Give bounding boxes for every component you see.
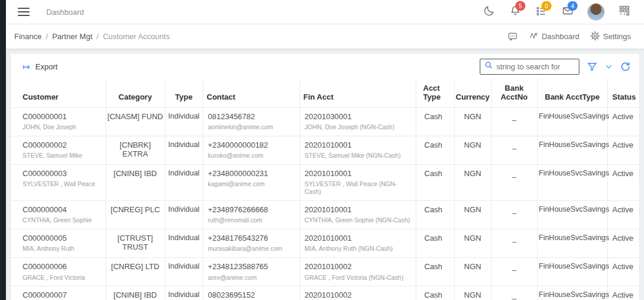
activity-icon bbox=[529, 31, 538, 42]
fin-acct-number: 20201010002 bbox=[305, 291, 352, 299]
customer-cell: C000000003 SYLVESTER , Wall Peace bbox=[11, 164, 106, 200]
bank-acctno-cell: _ bbox=[491, 258, 537, 286]
moon-icon bbox=[483, 5, 495, 19]
settings-action[interactable]: Settings bbox=[590, 31, 631, 43]
customer-name: GRACE , Ford Victoria bbox=[23, 274, 101, 282]
acct-type-cell: Cash bbox=[416, 136, 454, 164]
status-cell: Active bbox=[607, 107, 639, 136]
contact-cell: +2348976266668 ruth@renomail.com bbox=[203, 200, 299, 229]
customer-cell: C000000005 MIA, Anthony Ruth bbox=[11, 229, 106, 257]
table-row[interactable]: C000000005 MIA, Anthony Ruth [CTRUST] TR… bbox=[11, 229, 639, 257]
currency-cell: NGN bbox=[454, 107, 491, 136]
col-header-contact: Contact bbox=[203, 79, 299, 107]
contact-cell: +2348176543276 murasakibara@anime.com bbox=[203, 229, 299, 257]
acct-type-cell: Cash bbox=[416, 229, 454, 257]
customer-id: C000000002 bbox=[23, 141, 66, 149]
contact-cell: 08123456782 aominekin@anime.com bbox=[203, 107, 299, 136]
table-row[interactable]: C000000003 SYLVESTER , Wall Peace [CNINB… bbox=[11, 164, 639, 200]
contact-cell: +2348000000231 kagami@anime.com bbox=[203, 164, 299, 200]
contact-phone: +2348123588765 bbox=[208, 262, 269, 271]
type-cell: Individual bbox=[165, 164, 203, 200]
fin-acct-cell: 20201010002 UGONNA, Yusuf Umoh (NGN-Cash… bbox=[299, 286, 416, 300]
customer-id: C000000001 bbox=[23, 112, 66, 121]
messages-button[interactable]: 4 bbox=[561, 5, 574, 18]
type-cell: Individual bbox=[165, 136, 203, 164]
bank-acctno-cell: _ bbox=[491, 200, 537, 229]
type-cell: Individual bbox=[165, 107, 203, 136]
contact-email: kagami@anime.com bbox=[208, 180, 295, 188]
collapsed-sidebar[interactable] bbox=[0, 0, 6, 300]
table-row[interactable]: C000000002 STEVE, Samuel Mike [CNBRK] EX… bbox=[11, 136, 639, 164]
table-row[interactable]: C000000006 GRACE , Ford Victoria [CNREG]… bbox=[11, 258, 639, 286]
currency-cell: NGN bbox=[454, 258, 491, 286]
col-header-fin-acct: Fin Acct bbox=[299, 79, 416, 107]
acct-type-cell: Cash bbox=[416, 286, 454, 300]
fin-acct-number: 20201010001 bbox=[305, 141, 352, 149]
customer-id: C000000006 bbox=[23, 262, 66, 271]
breadcrumb-finance[interactable]: Finance bbox=[14, 32, 42, 41]
contact-cell: 08023695152 quadrymustaqeem98@gmail.com bbox=[203, 286, 299, 300]
contact-phone: +2340000000182 bbox=[208, 141, 269, 149]
customer-cell: C000000002 STEVE, Samuel Mike bbox=[11, 136, 106, 164]
chat-button[interactable] bbox=[507, 31, 518, 42]
bank-accttype-cell: FinHouseSvcSavings bbox=[537, 258, 607, 286]
fin-acct-number: 20201030001 bbox=[305, 112, 352, 121]
export-button[interactable]: ↦ Export bbox=[23, 62, 58, 71]
category-cell: [CTRUST] TRUST bbox=[106, 229, 165, 257]
bank-acctno-cell: _ bbox=[491, 229, 537, 257]
contact-phone: +2348000000231 bbox=[208, 169, 269, 178]
notifications-button[interactable]: 5 bbox=[509, 5, 522, 18]
status-cell: Active bbox=[607, 229, 639, 257]
col-header-bank-accttype: Bank AcctType bbox=[537, 79, 607, 107]
acct-type-cell: Cash bbox=[416, 164, 454, 200]
content-area: ↦ Export bbox=[6, 49, 644, 300]
avatar[interactable] bbox=[587, 3, 605, 21]
bank-accttype-cell: FinHouseSvcSavings bbox=[537, 229, 607, 257]
breadcrumb-partner-mgt[interactable]: Partner Mgt bbox=[52, 32, 93, 41]
fin-acct-name: MIA, Anthony Ruth (NGN-Cash) bbox=[305, 245, 411, 253]
table-row[interactable]: C000000001 JOHN, Doe Joseph [CNASM] FUND… bbox=[11, 107, 639, 136]
search-input[interactable] bbox=[496, 62, 575, 71]
topbar: Dashboard 5 0 4 bbox=[6, 0, 644, 24]
fin-acct-number: 20201010001 bbox=[305, 234, 352, 242]
table-row[interactable]: C000000004 CYNTHIA, Green Sophie [CNREG]… bbox=[11, 200, 639, 229]
bank-acctno-cell: _ bbox=[491, 286, 537, 300]
customer-cell: C000000006 GRACE , Ford Victoria bbox=[11, 258, 106, 286]
breadcrumb-separator: / bbox=[46, 32, 48, 41]
customer-cell: C000000004 CYNTHIA, Green Sophie bbox=[11, 200, 106, 229]
col-header-acct-type: Acct Type bbox=[416, 79, 454, 107]
fin-acct-cell: 20201010001 CYNTHIA, Green Sophie (NGN-C… bbox=[299, 200, 416, 229]
breadcrumb-customer-accounts[interactable]: Customer Accounts bbox=[103, 32, 170, 41]
refresh-button[interactable] bbox=[620, 61, 631, 72]
menu-toggle-icon[interactable] bbox=[18, 5, 30, 18]
acct-type-cell: Cash bbox=[416, 258, 454, 286]
filter-chevron-down-icon[interactable] bbox=[605, 63, 613, 71]
col-header-type: Type bbox=[165, 79, 203, 107]
table-body: C000000001 JOHN, Doe Joseph [CNASM] FUND… bbox=[11, 107, 639, 300]
status-cell: Active bbox=[607, 258, 639, 286]
acct-type-cell: Cash bbox=[416, 107, 454, 136]
filter-button[interactable] bbox=[586, 61, 598, 72]
apps-button[interactable] bbox=[618, 5, 631, 18]
fin-acct-number: 20201010002 bbox=[305, 262, 352, 271]
contact-phone: +2348176543276 bbox=[208, 234, 269, 242]
customer-name: CYNTHIA, Green Sophie bbox=[23, 216, 101, 224]
contact-phone: 08123456782 bbox=[208, 112, 256, 121]
fin-acct-name: CYNTHIA, Green Sophie (NGN-Cash) bbox=[305, 216, 411, 224]
fin-acct-name: STEVE, Samuel Mike (NGN-Cash) bbox=[305, 152, 411, 159]
search-icon bbox=[484, 61, 493, 72]
contact-cell: +2348123588765 arex@anime.com bbox=[203, 258, 299, 286]
table-row[interactable]: C000000007 UGONNA, Yusuf Umoh [CNINB] IB… bbox=[11, 286, 639, 300]
dashboard-action[interactable]: Dashboard bbox=[529, 31, 579, 42]
dark-mode-button[interactable] bbox=[483, 5, 496, 18]
table-header-row: Customer Category Type Contact Fin Acct … bbox=[11, 79, 639, 107]
bank-accttype-cell: FinHouseSvcSavings bbox=[537, 286, 607, 300]
contact-email: arex@anime.com bbox=[208, 274, 295, 282]
customer-accounts-card: ↦ Export bbox=[11, 54, 639, 300]
status-cell: Active bbox=[607, 200, 639, 229]
messages-badge: 4 bbox=[568, 1, 578, 11]
tasks-button[interactable]: 0 bbox=[535, 5, 548, 18]
currency-cell: NGN bbox=[454, 164, 491, 200]
type-cell: Individual bbox=[165, 258, 203, 286]
customer-name: MIA, Anthony Ruth bbox=[23, 245, 101, 253]
